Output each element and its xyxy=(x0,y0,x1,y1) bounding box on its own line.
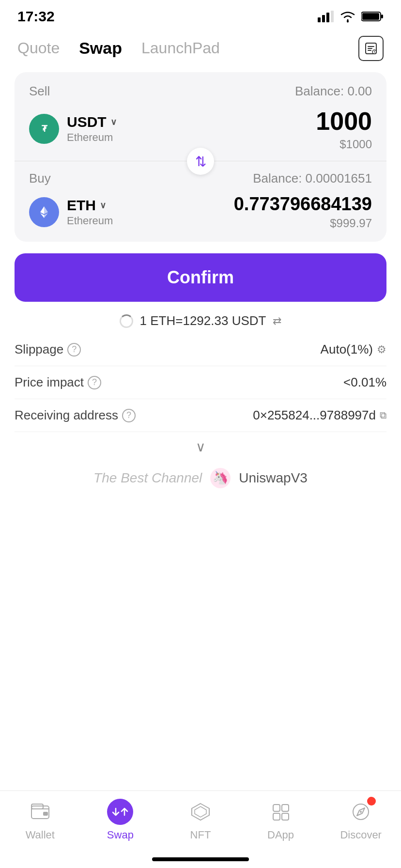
best-channel-label: The Best Channel xyxy=(93,470,202,486)
receiving-address-row: Receiving address ? 0×255824...9788997d … xyxy=(15,399,386,432)
nav-item-discover[interactable]: Discover xyxy=(321,799,401,841)
nft-icon xyxy=(187,799,214,825)
slippage-row: Slippage ? Auto(1%) ⚙ xyxy=(15,333,386,366)
price-impact-row: Price impact ? <0.01% xyxy=(15,366,386,399)
bottom-nav: Wallet Swap NFT xyxy=(0,790,401,868)
wallet-icon xyxy=(27,799,53,825)
svg-rect-26 xyxy=(273,813,280,820)
rate-text: 1 ETH=1292.33 USDT xyxy=(140,313,266,328)
nav-tabs: Quote Swap LaunchPad xyxy=(0,29,401,67)
confirm-button[interactable]: Confirm xyxy=(15,253,386,302)
svg-rect-7 xyxy=(381,15,383,18)
receiving-address-value: 0×255824...9788997d xyxy=(253,408,376,423)
sell-token-chevron: ∨ xyxy=(110,117,117,127)
uniswap-logo: 🦄 xyxy=(210,467,231,489)
usdt-logo: ₮ xyxy=(29,114,59,144)
status-icons xyxy=(318,10,384,23)
nav-label-swap: Swap xyxy=(107,829,134,841)
sell-token-symbol: USDT ∨ xyxy=(67,114,117,130)
buy-balance: Balance: 0.00001651 xyxy=(253,171,372,186)
svg-rect-1 xyxy=(322,15,325,22)
sell-balance: Balance: 0.00 xyxy=(295,84,372,99)
svg-rect-2 xyxy=(326,13,329,22)
rate-switch-icon[interactable]: ⇄ xyxy=(273,315,281,327)
svg-rect-24 xyxy=(273,805,280,811)
price-impact-help-icon[interactable]: ? xyxy=(88,376,101,389)
price-impact-label: Price impact xyxy=(15,375,84,390)
dapp-icon xyxy=(268,799,294,825)
sell-amount-usd: $1000 xyxy=(316,138,372,151)
info-rows: Slippage ? Auto(1%) ⚙ Price impact ? <0.… xyxy=(15,333,386,432)
svg-point-29 xyxy=(360,811,362,813)
nav-label-discover: Discover xyxy=(340,829,382,841)
buy-label: Buy xyxy=(29,171,51,186)
buy-token-selector[interactable]: ETH ∨ Ethereum xyxy=(29,197,113,227)
nav-item-swap[interactable]: Swap xyxy=(80,799,161,841)
swap-card: Sell Balance: 0.00 ₮ USDT ∨ Ethereum xyxy=(15,72,386,242)
rate-spinner xyxy=(120,314,133,328)
svg-text:🦄: 🦄 xyxy=(213,470,229,485)
rate-row: 1 ETH=1292.33 USDT ⇄ xyxy=(15,313,386,328)
nav-item-wallet[interactable]: Wallet xyxy=(0,799,80,841)
status-time: 17:32 xyxy=(17,8,55,25)
sell-token-network: Ethereum xyxy=(67,131,117,144)
svg-point-4 xyxy=(347,20,349,22)
slippage-label: Slippage xyxy=(15,342,63,357)
svg-marker-23 xyxy=(195,806,206,817)
nav-item-dapp[interactable]: DApp xyxy=(241,799,321,841)
swap-direction-button[interactable]: ⇅ xyxy=(187,148,214,175)
tab-launchpad[interactable]: LaunchPad xyxy=(141,39,220,57)
svg-rect-6 xyxy=(362,13,379,20)
eth-logo xyxy=(29,197,59,227)
price-impact-value: <0.01% xyxy=(343,375,386,390)
nav-label-nft: NFT xyxy=(190,829,211,841)
swap-nav-icon xyxy=(107,799,133,825)
slippage-value: Auto(1%) xyxy=(321,342,373,357)
sell-amount: 1000 xyxy=(316,107,372,136)
signal-icon xyxy=(318,11,334,22)
tab-quote[interactable]: Quote xyxy=(17,39,60,57)
svg-rect-3 xyxy=(331,11,334,22)
svg-rect-27 xyxy=(282,813,289,820)
slippage-help-icon[interactable]: ? xyxy=(67,343,81,356)
svg-rect-0 xyxy=(318,17,321,22)
nav-label-wallet: Wallet xyxy=(26,829,55,841)
tab-swap[interactable]: Swap xyxy=(79,39,122,58)
best-channel-row: The Best Channel 🦄 UniswapV3 xyxy=(15,463,386,494)
expand-row[interactable]: ∨ xyxy=(0,432,401,458)
sell-label: Sell xyxy=(29,84,50,99)
buy-amount-usd: $999.97 xyxy=(234,217,372,230)
home-indicator xyxy=(152,857,249,861)
sell-token-selector[interactable]: ₮ USDT ∨ Ethereum xyxy=(29,114,117,144)
nav-label-dapp: DApp xyxy=(267,829,294,841)
status-bar: 17:32 xyxy=(0,0,401,29)
receiving-address-label: Receiving address xyxy=(15,408,118,423)
buy-token-chevron: ∨ xyxy=(100,200,106,211)
expand-chevron-icon: ∨ xyxy=(196,439,206,455)
swap-arrows-icon: ⇅ xyxy=(195,154,206,170)
buy-token-symbol: ETH ∨ xyxy=(67,197,113,214)
wifi-icon xyxy=(339,10,356,23)
buy-amount: 0.773796684139 xyxy=(234,194,372,215)
buy-token-network: Ethereum xyxy=(67,215,113,227)
history-button[interactable] xyxy=(358,36,384,61)
svg-rect-21 xyxy=(43,812,48,816)
best-channel-protocol: UniswapV3 xyxy=(239,470,308,486)
svg-rect-25 xyxy=(282,805,289,811)
nav-item-nft[interactable]: NFT xyxy=(160,799,241,841)
slippage-settings-icon[interactable]: ⚙ xyxy=(377,343,386,356)
discover-badge xyxy=(367,797,376,806)
receiving-address-help-icon[interactable]: ? xyxy=(122,409,136,422)
receiving-address-link-icon[interactable]: ⧉ xyxy=(380,410,386,421)
battery-icon xyxy=(361,11,384,22)
